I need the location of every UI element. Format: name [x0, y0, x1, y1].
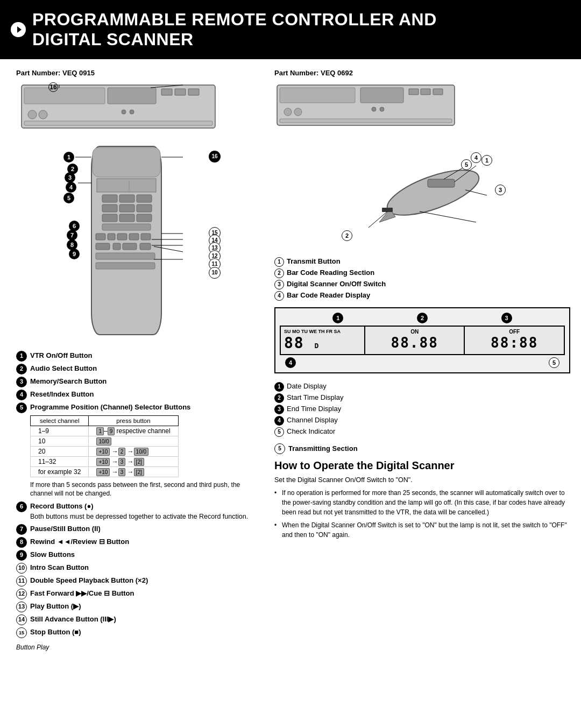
- svg-rect-35: [140, 243, 151, 250]
- list-item-12: 12 Fast Forward ▶▶/Cue ⊟ Button: [16, 589, 253, 599]
- channel-table: select channel press button 1–9 1–9 resp…: [30, 415, 179, 477]
- svg-rect-28: [108, 234, 115, 240]
- callout-5: 5: [63, 193, 74, 203]
- scanner-callout-5: 5: [461, 159, 472, 170]
- callout-3: 3: [65, 172, 75, 183]
- display-callout-3: 3: [501, 313, 512, 323]
- vcr-callout-16: 16: [48, 82, 58, 92]
- svg-point-10: [130, 110, 134, 114]
- list-item-1: 1 VTR On/Off Button: [16, 351, 253, 362]
- svg-rect-3: [161, 89, 172, 95]
- how-to-title: How to Operate the Digital Scanner: [274, 460, 570, 472]
- callout-9: 9: [69, 249, 80, 259]
- svg-rect-34: [123, 243, 137, 250]
- display-callout-4: 4: [285, 357, 296, 368]
- channel-selector-table: select channel press button 1–9 1–9 resp…: [30, 415, 253, 477]
- list-item-5: 5 Programme Position (Channel) Selector …: [16, 402, 253, 413]
- svg-rect-15: [97, 179, 156, 192]
- svg-rect-48: [280, 88, 355, 103]
- list-item-9: 9 Slow Buttons: [16, 550, 253, 561]
- svg-rect-19: [137, 195, 152, 202]
- scanner-callout-3: 3: [495, 185, 506, 195]
- scanner-callout-1: 1: [481, 155, 492, 166]
- display-callout-1: 1: [332, 313, 343, 323]
- vcr-device-diagram: 16: [16, 82, 253, 133]
- svg-rect-36: [96, 253, 155, 259]
- display-date-digits: 88 D: [284, 334, 361, 352]
- how-to-bullets: If no operation is performed for more th…: [274, 488, 570, 540]
- channel-row-11-32: 11–32 +10 →3 →[2]: [31, 456, 179, 467]
- display-callout-2: 2: [417, 313, 428, 323]
- svg-point-6: [28, 110, 37, 119]
- display-on-section: ON 88.88: [365, 327, 465, 354]
- page-header: PROGRAMMABLE REMOTE CONTROLLER AND DIGIT…: [0, 0, 581, 59]
- svg-rect-33: [113, 243, 121, 250]
- svg-point-57: [380, 107, 384, 111]
- display-off-section: OFF 88:88: [465, 327, 564, 354]
- svg-rect-37: [96, 263, 155, 269]
- transmitting-section-label: 5 Transmitting Section: [274, 443, 570, 454]
- scanner-item-3: 3 Digital Scanner On/Off Switch: [274, 280, 570, 289]
- list-item-13: 13 Play Button (▶): [16, 602, 253, 612]
- svg-rect-60: [428, 179, 455, 187]
- svg-rect-61: [382, 208, 393, 212]
- transmitting-callout-5: 5: [274, 443, 285, 454]
- svg-rect-2: [108, 88, 156, 104]
- scanner-item-4: 4 Bar Code Reader Display: [274, 291, 570, 301]
- list-item-2: 2 Audio Select Button: [16, 364, 253, 374]
- svg-point-54: [294, 108, 302, 116]
- right-column: Part Number: VEQ 0692: [264, 59, 581, 662]
- svg-rect-49: [360, 88, 403, 103]
- list-item-7: 7 Pause/Still Button (II): [16, 524, 253, 535]
- scanner-callout-2: 2: [342, 230, 352, 241]
- display-labels-list: 1 Date Display 2 Start Time Display 3 En…: [274, 382, 570, 437]
- svg-rect-1: [24, 88, 105, 104]
- svg-rect-51: [421, 89, 430, 95]
- scanner-item-2: 2 Bar Code Reading Section: [274, 268, 570, 278]
- list-item-14: 14 Still Advance Button (III▶): [16, 614, 253, 625]
- svg-rect-24: [119, 214, 134, 222]
- svg-rect-4: [175, 89, 186, 95]
- channel-row-20: 20 +10 →2 →10/0: [31, 446, 179, 456]
- main-content: Part Number: VEQ 0915: [0, 59, 581, 662]
- callout-16: 16: [209, 151, 221, 162]
- display-label-4: 4 Channel Display: [274, 416, 570, 426]
- left-desc-list: 1 VTR On/Off Button 2 Audio Select Butto…: [16, 351, 253, 413]
- list-item-15: 15 Stop Button (■): [16, 627, 253, 638]
- svg-rect-23: [102, 214, 117, 222]
- svg-point-7: [39, 110, 47, 119]
- scanner-callout-4: 4: [471, 152, 481, 163]
- left-part-number: Part Number: VEQ 0915: [16, 69, 253, 77]
- page-title: PROGRAMMABLE REMOTE CONTROLLER AND DIGIT…: [32, 10, 565, 50]
- svg-line-63: [420, 211, 476, 222]
- callout-10: 10: [209, 267, 221, 279]
- display-label-5: 5 Check Indicator: [274, 427, 570, 437]
- channel-row-10: 10 10/0: [31, 436, 179, 446]
- callout-1: 1: [63, 152, 74, 162]
- list-item-6: 6 Record Buttons (●) Both buttons must b…: [16, 501, 253, 522]
- bullet-1: If no operation is performed for more th…: [274, 488, 570, 517]
- svg-rect-25: [137, 214, 152, 222]
- svg-rect-26: [102, 224, 151, 230]
- display-callout-5: 5: [549, 357, 559, 368]
- bullet-2: When the Digital Scanner On/Off Switch i…: [274, 520, 570, 540]
- display-label-3: 3 End Time Display: [274, 405, 570, 414]
- svg-rect-14: [93, 147, 160, 177]
- right-part-number: Part Number: VEQ 0692: [274, 69, 570, 77]
- svg-rect-20: [102, 204, 117, 212]
- svg-rect-5: [188, 89, 199, 95]
- svg-rect-17: [102, 195, 117, 202]
- svg-rect-22: [137, 204, 152, 212]
- svg-rect-29: [117, 234, 127, 240]
- scanner-desc-list: 1 Transmit Button 2 Bar Code Reading Sec…: [274, 257, 570, 301]
- svg-point-9: [122, 110, 126, 114]
- remote-diagram: 1 2 3 4 5 6 7 8 9: [48, 141, 221, 345]
- channel-row-example: for example 32 +10 →3 →[2]: [31, 467, 179, 477]
- svg-rect-32: [96, 243, 110, 250]
- svg-rect-8: [24, 121, 212, 125]
- scanner-diagram: 1 5 2 3 4: [336, 139, 508, 252]
- list-item-3: 3 Memory/Search Button: [16, 377, 253, 387]
- svg-rect-18: [119, 195, 134, 202]
- scanner-item-1: 1 Transmit Button: [274, 257, 570, 267]
- channel-row-1-9: 1–9 1–9 respective channel: [31, 426, 179, 436]
